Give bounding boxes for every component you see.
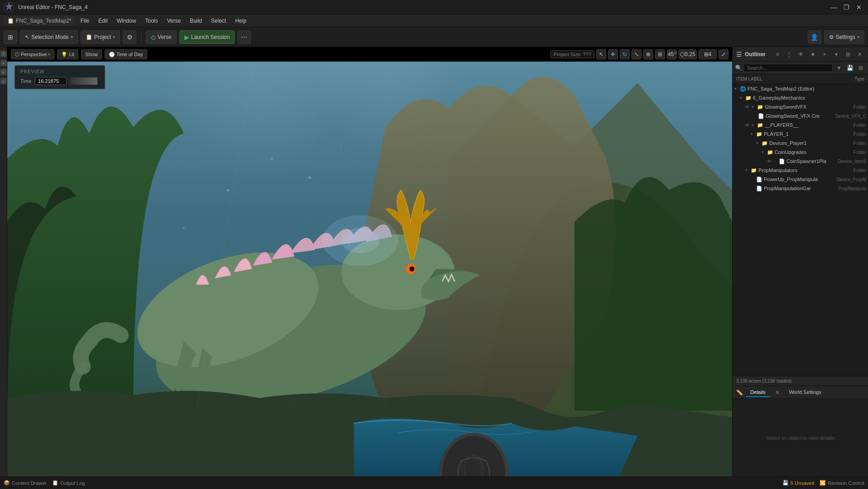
move-tool-button[interactable]: ✛ bbox=[608, 49, 618, 59]
selection-mode-button[interactable]: ↖ Selection Mode ▾ bbox=[20, 30, 78, 44]
eye-toggle-icon[interactable]: 👁 bbox=[745, 105, 750, 110]
eye-toggle-icon[interactable]: 👁 bbox=[767, 159, 772, 164]
tree-item[interactable]: 📄 GlowingSword_VFX Cre Device_VFX_C bbox=[733, 111, 868, 120]
menu-window[interactable]: Window bbox=[113, 16, 140, 25]
time-of-day-button[interactable]: 🕐 Time of Day bbox=[105, 49, 147, 59]
menu-help[interactable]: Help bbox=[231, 16, 250, 25]
outliner-more-button[interactable]: ▾ bbox=[832, 50, 841, 59]
output-log-button[interactable]: 📋 Output Log bbox=[52, 480, 85, 486]
outliner-tree[interactable]: ▾ 🌐 FNC_Saga_TestMap2 (Editor) ▾ 📁 6_Gam… bbox=[733, 84, 868, 376]
menu-select[interactable]: Select bbox=[207, 16, 230, 25]
menu-verse[interactable]: Verse bbox=[163, 16, 184, 25]
outliner-search-settings-button[interactable]: ▾ bbox=[834, 63, 844, 72]
tree-item[interactable]: ▾ 🌐 FNC_Saga_TestMap2 (Editor) bbox=[733, 84, 868, 93]
tree-item[interactable]: ▾ 📁 PropManipulators Folder bbox=[733, 166, 868, 175]
menu-file[interactable]: File bbox=[77, 16, 93, 25]
tree-arrow-icon: ▾ bbox=[756, 141, 761, 145]
outliner-header: ☰ Outliner ≡ ⋮ 👁 ★ + ▾ ⊞ ✕ bbox=[733, 47, 868, 62]
settings-chevron: ▾ bbox=[857, 34, 859, 39]
left-panel-icon-4[interactable]: ▸ bbox=[0, 78, 7, 84]
tree-item[interactable]: ▾ 📁 6_GameplayMechanics bbox=[733, 93, 868, 102]
tree-item-type: Device_ItemS bbox=[838, 159, 866, 164]
left-panel-icon-2[interactable]: ▸ bbox=[0, 60, 7, 66]
launch-session-button[interactable]: ▶ Launch Session bbox=[179, 30, 235, 44]
viewport-right-controls: Project Size: ??? ↖ ✛ ↻ ⤡ ⊕ ⊞ 45° ⬡ 0.25… bbox=[550, 49, 728, 59]
world-settings-tab[interactable]: World Settings bbox=[785, 388, 826, 397]
perspective-button[interactable]: ⬡ Perspective ▾ bbox=[11, 49, 54, 59]
preview-overlay: PREVIEW Time 16.21875 bbox=[14, 65, 105, 89]
menu-build[interactable]: Build bbox=[186, 16, 206, 25]
menu-edit[interactable]: Edit bbox=[95, 16, 111, 25]
tree-item[interactable]: ▾ 📁 CoinUpgrades Folder bbox=[733, 148, 868, 157]
tree-item[interactable]: 👁 ▾ 📁 __PLAYERS__ Folder bbox=[733, 120, 868, 129]
menu-tools[interactable]: Tools bbox=[141, 16, 161, 25]
maximize-button[interactable]: ⤢ bbox=[719, 49, 728, 59]
selection-mode-label: Selection Mode bbox=[31, 34, 69, 40]
preview-time-row: Time 16.21875 bbox=[20, 77, 99, 85]
output-log-label: Output Log bbox=[60, 480, 85, 486]
rotate-tool-button[interactable]: ↻ bbox=[620, 49, 630, 59]
tree-node-icon: 📁 bbox=[745, 95, 752, 101]
outliner-settings-button[interactable]: ⊞ bbox=[844, 50, 853, 59]
left-panel: ☰ ▸ ▸ ▸ bbox=[0, 47, 7, 476]
left-panel-icon-3[interactable]: ▸ bbox=[0, 69, 7, 75]
more-options-button[interactable]: ⋯ bbox=[237, 30, 251, 44]
tree-node-icon: 📁 bbox=[757, 122, 763, 128]
project-file-icon: 📋 bbox=[7, 18, 14, 24]
outliner-star-button[interactable]: ★ bbox=[808, 50, 817, 59]
users-button[interactable]: 👤 bbox=[808, 30, 821, 44]
angle-button[interactable]: 45° bbox=[667, 49, 677, 59]
more-options-icon: ⋯ bbox=[241, 34, 247, 41]
scale-tool-button[interactable]: ⤡ bbox=[632, 49, 641, 59]
tree-item[interactable]: ▾ 📁 Devices_Player1 Folder bbox=[733, 139, 868, 148]
main-content: ☰ ▸ ▸ ▸ ⬡ Perspective ▾ 💡 Lit Show 🕐 Tim… bbox=[0, 47, 868, 476]
details-close-button[interactable]: ✕ bbox=[773, 388, 782, 397]
preview-time-label: Time bbox=[20, 78, 31, 84]
tree-item[interactable]: ▾ 📁 PLAYER_1 Folder bbox=[733, 129, 868, 139]
preview-time-bar[interactable] bbox=[70, 77, 97, 85]
close-button[interactable]: ✕ bbox=[854, 3, 864, 12]
outliner-search-input[interactable] bbox=[744, 64, 833, 72]
select-tool-button[interactable]: ↖ bbox=[596, 49, 606, 59]
layout-icon-button[interactable]: ⊞ bbox=[4, 30, 17, 44]
minimize-button[interactable]: — bbox=[828, 3, 839, 12]
project-tab[interactable]: 📋 FNC_Saga_TestMap2* bbox=[4, 16, 75, 25]
outliner-layout-button[interactable]: ⊞ bbox=[856, 63, 865, 72]
viewport[interactable]: ⬡ Perspective ▾ 💡 Lit Show 🕐 Time of Day… bbox=[7, 47, 732, 476]
tree-item[interactable]: 👁 ▾ 📁 GlowingSwordVFX Folder bbox=[733, 102, 868, 111]
show-button[interactable]: Show bbox=[81, 49, 102, 59]
outliner-options-button[interactable]: ⋮ bbox=[785, 50, 794, 59]
quick-settings-button[interactable]: ⚙ bbox=[123, 30, 136, 44]
unsaved-indicator[interactable]: 💾 5 Unsaved bbox=[782, 480, 815, 486]
tree-item[interactable]: 📄 PropManipulationGar PropManipula bbox=[733, 184, 868, 193]
menu-bar: 📋 FNC_Saga_TestMap2* File Edit Window To… bbox=[0, 14, 868, 27]
outliner-eye-button[interactable]: 👁 bbox=[796, 50, 805, 59]
outliner-save-button[interactable]: 💾 bbox=[845, 63, 854, 72]
settings-button[interactable]: ⚙ Settings ▾ bbox=[824, 30, 864, 44]
tree-item[interactable]: 👁 📄 CoinSpawner1Pla Device_ItemS bbox=[733, 157, 868, 166]
svg-point-22 bbox=[341, 145, 342, 147]
eye-toggle-icon[interactable]: 👁 bbox=[745, 123, 750, 128]
project-button[interactable]: 📋 Project ▾ bbox=[81, 30, 120, 44]
left-panel-toggle[interactable]: ☰ bbox=[0, 51, 7, 57]
grid-num-button[interactable]: ⊞ 4 bbox=[699, 49, 717, 59]
speed-button[interactable]: ⬡ 0.25 bbox=[679, 49, 697, 59]
revision-control-button[interactable]: 🔀 Revision Control bbox=[820, 480, 864, 486]
verse-button[interactable]: ◇ Verse bbox=[146, 30, 177, 44]
show-label: Show bbox=[85, 52, 98, 57]
lit-button[interactable]: 💡 Lit bbox=[57, 49, 78, 59]
outliner-close-button[interactable]: ✕ bbox=[855, 50, 864, 59]
tree-item-type: Device_VFX_C bbox=[835, 114, 866, 119]
content-drawer-button[interactable]: 📦 Content Drawer bbox=[4, 480, 47, 486]
outliner-filter-button[interactable]: ≡ bbox=[773, 50, 782, 59]
preview-time-input[interactable]: 16.21875 bbox=[35, 77, 67, 85]
launch-session-label: Launch Session bbox=[191, 34, 230, 40]
tree-item[interactable]: 📄 PowerUp_PropManipula Device_PropM bbox=[733, 175, 868, 184]
tree-item-label: CoinUpgrades bbox=[775, 149, 854, 155]
tree-arrow-icon: ▾ bbox=[751, 132, 755, 136]
transform-tool-button[interactable]: ⊕ bbox=[643, 49, 653, 59]
restore-button[interactable]: ❐ bbox=[841, 3, 852, 12]
outliner-add-button[interactable]: + bbox=[820, 50, 829, 59]
world-grid-button[interactable]: ⊞ bbox=[655, 49, 665, 59]
details-tab[interactable]: Details bbox=[746, 388, 770, 397]
